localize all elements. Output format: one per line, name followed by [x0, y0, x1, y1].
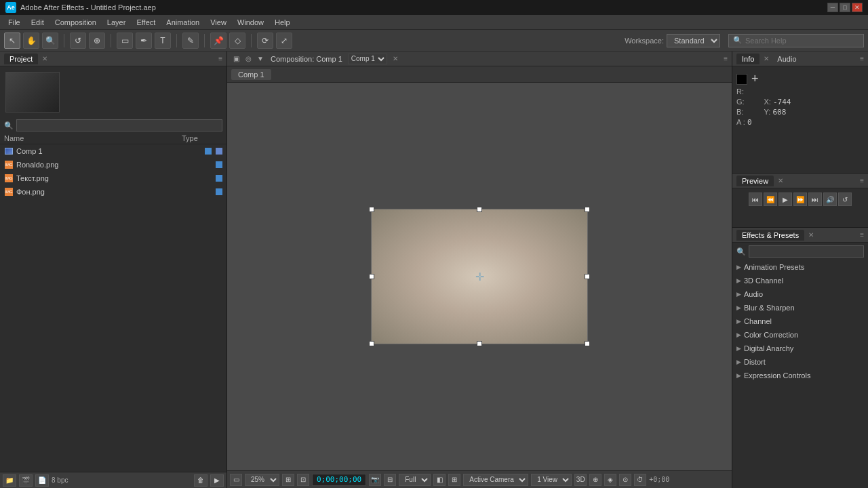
menu-file[interactable]: File [3, 17, 26, 28]
frame-icon[interactable]: ▭ [230, 474, 242, 486]
project-folder-btn[interactable]: 📁 [3, 474, 16, 487]
search-icon: 🔍 [733, 36, 743, 45]
fit-icon[interactable]: ⊞ [282, 474, 294, 486]
snap-3d-icon[interactable]: ⊕ [589, 474, 601, 486]
camera-dropdown[interactable]: Active Camera [463, 474, 528, 486]
zoom-dropdown[interactable]: 25% [245, 474, 279, 486]
shape-tool[interactable]: ◇ [229, 33, 245, 49]
menu-help[interactable]: Help [269, 17, 296, 28]
camera-icon[interactable]: 📷 [369, 474, 381, 486]
draft-3d-icon[interactable]: ◈ [604, 474, 616, 486]
project-item-ronaldo[interactable]: IMG Ronaldo.png [0, 158, 226, 171]
comp-panel-icon3: ▼ [256, 54, 265, 64]
search-help-box[interactable]: 🔍 [728, 34, 864, 47]
info-content: + R: G: B: A : 0 X: -744 Y: 608 [732, 66, 868, 132]
comp-dropdown[interactable]: Comp 1 [348, 54, 387, 64]
effect-cat-animation-presets[interactable]: ▶ Animation Presets [732, 260, 868, 274]
tab-audio[interactable]: Audio [772, 54, 802, 64]
effect-cat-expression-controls[interactable]: ▶ Expression Controls [732, 369, 868, 382]
view-options-icon[interactable]: ◧ [433, 474, 446, 486]
project-item-text[interactable]: IMG Текст.png [0, 171, 226, 185]
preview-controls: ⏮ ⏪ ▶ ⏩ ⏭ 🔊 ↺ [732, 188, 868, 210]
breadcrumb-comp1[interactable]: Comp 1 [231, 69, 271, 80]
prev-audio[interactable]: 🔊 [823, 192, 837, 206]
puppet-pin-tool[interactable]: 📌 [210, 33, 226, 49]
preview-panel-menu[interactable]: ≡ [860, 177, 864, 184]
camera-orbit[interactable]: ⟳ [257, 33, 273, 49]
menu-effect[interactable]: Effect [131, 17, 161, 28]
tab-effects[interactable]: Effects & Presets [736, 230, 804, 241]
effects-panel-close[interactable]: ✕ [808, 231, 814, 239]
menu-composition[interactable]: Composition [50, 17, 102, 28]
selection-tool[interactable]: ↖ [4, 33, 20, 49]
quality-dropdown[interactable]: Full [399, 474, 431, 486]
effect-name: Blur & Sharpen [744, 304, 795, 312]
close-button[interactable]: ✕ [852, 3, 863, 12]
menu-layer[interactable]: Layer [102, 17, 132, 28]
project-item-comp1[interactable]: Comp 1 [0, 144, 226, 158]
minimize-button[interactable]: ─ [827, 3, 838, 12]
window-title: Adobe After Effects - Untitled Project.a… [20, 3, 823, 12]
effect-name: Animation Presets [744, 263, 804, 271]
menu-view[interactable]: View [205, 17, 232, 28]
pen-tool[interactable]: ✒ [136, 33, 152, 49]
project-arrow-btn[interactable]: ▶ [210, 474, 224, 487]
composition-panel: ▣ ◎ ▼ Composition: Comp 1 Comp 1 ✕ ≡ Com… [227, 52, 732, 488]
info-panel-menu[interactable]: ≡ [860, 55, 864, 62]
menu-edit[interactable]: Edit [26, 17, 50, 28]
preview-panel-close[interactable]: ✕ [778, 177, 783, 184]
prev-last-frame[interactable]: ⏭ [808, 192, 822, 206]
effect-cat-audio[interactable]: ▶ Audio [732, 287, 868, 301]
effect-cat-distort[interactable]: ▶ Distort [732, 355, 868, 369]
rotate-tool[interactable]: ↺ [70, 33, 86, 49]
orbit-tool[interactable]: ⊕ [89, 33, 105, 49]
handle-tl [369, 207, 374, 212]
effect-cat-digital-anarchy[interactable]: ▶ Digital Anarchy [732, 342, 868, 355]
effects-search-input[interactable] [749, 245, 864, 258]
project-new-item-btn[interactable]: 📄 [35, 474, 49, 487]
prev-first-frame[interactable]: ⏮ [749, 192, 762, 206]
time-offset-icon[interactable]: ⏱ [634, 474, 646, 486]
info-tab-close[interactable]: ✕ [764, 55, 769, 62]
rect-tool[interactable]: ▭ [117, 33, 133, 49]
prev-play[interactable]: ▶ [778, 192, 792, 206]
effects-panel-menu[interactable]: ≡ [860, 231, 864, 239]
tab-info[interactable]: Info [736, 54, 760, 64]
project-delete-btn[interactable]: 🗑 [194, 474, 208, 487]
opengl-icon[interactable]: ⊙ [619, 474, 631, 486]
grid-icon[interactable]: ⊞ [448, 474, 460, 486]
workspace-dropdown[interactable]: Standard [667, 34, 720, 47]
tab-preview[interactable]: Preview [736, 176, 774, 186]
camera-track[interactable]: ⤢ [276, 33, 292, 49]
tool-separator-3 [176, 34, 177, 47]
effect-cat-channel[interactable]: ▶ Channel [732, 314, 868, 328]
tab-project[interactable]: Project [4, 54, 38, 64]
project-item-fon[interactable]: IMG Фон.png [0, 185, 226, 199]
prev-next-frame[interactable]: ⏩ [793, 192, 807, 206]
effect-cat-3d-channel[interactable]: ▶ 3D Channel [732, 274, 868, 287]
views-dropdown[interactable]: 1 View [531, 474, 572, 486]
prev-prev-frame[interactable]: ⏪ [764, 192, 777, 206]
effect-cat-blur-sharpen[interactable]: ▶ Blur & Sharpen [732, 301, 868, 314]
comp-panel-menu[interactable]: ≡ [724, 55, 728, 62]
hand-tool[interactable]: ✋ [23, 33, 39, 49]
project-search-input[interactable] [16, 119, 222, 131]
comp-panel-close[interactable]: ✕ [393, 55, 398, 62]
maximize-button[interactable]: □ [840, 3, 850, 12]
text-tool[interactable]: T [155, 33, 171, 49]
project-panel-menu[interactable]: ≡ [218, 55, 222, 62]
effect-cat-color-correction[interactable]: ▶ Color Correction [732, 328, 868, 342]
project-new-comp-btn[interactable]: 🎬 [19, 474, 33, 487]
search-help-input[interactable] [745, 37, 859, 45]
3d-icon[interactable]: 3D [574, 474, 587, 486]
prev-loop[interactable]: ↺ [838, 192, 852, 206]
project-panel-close[interactable]: ✕ [42, 55, 47, 62]
menu-window[interactable]: Window [232, 17, 269, 28]
toggle-transparency[interactable]: ⊟ [384, 474, 396, 486]
snap-icon[interactable]: ⊡ [297, 474, 309, 486]
tool-separator-5 [251, 34, 252, 47]
brush-tool[interactable]: ✎ [182, 33, 199, 49]
menu-animation[interactable]: Animation [161, 17, 205, 28]
zoom-tool[interactable]: 🔍 [42, 33, 58, 49]
viewer-area: ✛ [227, 83, 732, 470]
